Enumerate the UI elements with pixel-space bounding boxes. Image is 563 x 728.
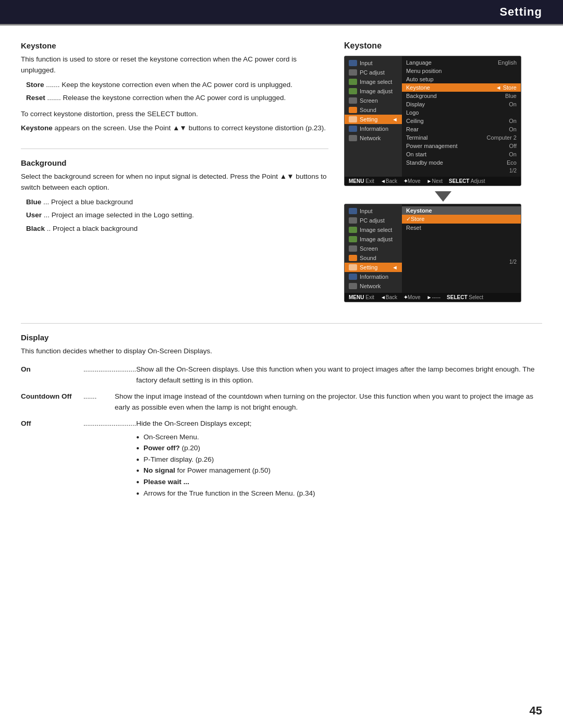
bg-blue-label: Blue	[26, 198, 41, 206]
menu-right-powermgmt: Power management Off	[402, 142, 521, 150]
menu-right-autosetup: Auto setup	[402, 75, 521, 83]
keystone-store-dots: .......	[46, 81, 59, 89]
information-icon	[349, 126, 357, 132]
menu2-item-imageselect: Image select	[345, 225, 402, 235]
menu-item-information: Information	[345, 124, 402, 133]
menu-item-pcadjust: PC adjust	[345, 68, 402, 77]
background-section: Background Select the background screen …	[21, 158, 328, 235]
menu-item-input-label: Input	[360, 60, 372, 66]
menu-left-2: Input PC adjust Image select Image adjus…	[345, 204, 402, 293]
display-countdown-row: Countdown Off ....... Show the input ima…	[21, 391, 542, 413]
keystone-reset-label: Reset	[26, 94, 45, 102]
menu-item-pcadjust-label: PC adjust	[360, 69, 385, 76]
menu-right-logo: Logo	[402, 108, 521, 117]
menu-item-network: Network	[345, 133, 402, 143]
keystone-reset-text: Release the keystone correction when the…	[63, 94, 286, 102]
bg-blue-text: Project a blue background	[51, 198, 133, 206]
menu-item-network-label: Network	[360, 135, 381, 141]
background-heading: Background	[21, 158, 328, 167]
bullet-poweroff: Power off? (p.20)	[136, 442, 542, 454]
menu-right-1: Language English Menu position Auto setu…	[402, 56, 521, 177]
menu2-item-pcadjust: PC adjust	[345, 216, 402, 225]
menu-item-imageselect-label: Image select	[360, 79, 392, 85]
bg-user-dots: ...	[44, 211, 50, 219]
menu-right-2: Keystone ✓Store Reset 1/2	[402, 204, 521, 293]
bg-black-label: Black	[26, 225, 45, 232]
keystone-heading: Keystone	[21, 41, 328, 50]
page-title: Setting	[499, 5, 542, 18]
keystone-para2: Keystone appears on the screen. Use the …	[21, 123, 328, 134]
keystone-reset-dots: .......	[47, 94, 61, 102]
menu-item-information-label: Information	[360, 126, 388, 132]
menu-item-screen-label: Screen	[360, 97, 378, 104]
bullet-pleasewait: Please wait ...	[136, 476, 542, 488]
display-on-row: On ............................ Show all…	[21, 364, 542, 386]
divider-2	[21, 323, 542, 324]
display-countdown-dots: .......	[83, 391, 115, 413]
bullet-onscreen: On-Screen Menu.	[136, 431, 542, 443]
keystone-right-heading: Keystone	[344, 41, 542, 51]
m2-imageadjust-icon	[349, 236, 357, 242]
left-column: Keystone This function is used to store …	[21, 41, 328, 307]
menu-item-imageadjust: Image adjust	[345, 87, 402, 96]
m2-network-icon	[349, 283, 357, 289]
bg-user-label: User	[26, 211, 42, 219]
display-off-desc: Hide the On-Screen Displays except; On-S…	[136, 418, 542, 499]
display-off-dots: ............................	[83, 418, 136, 499]
bg-black-dots: ..	[47, 225, 51, 232]
menu-item-input: Input	[345, 58, 402, 68]
menu-screenshot-1: Input PC adjust Image select Image adjus…	[344, 56, 521, 186]
arrow-down-icon	[435, 191, 451, 202]
menu2-item-information: Information	[345, 272, 402, 281]
menu-screenshot-2: Input PC adjust Image select Image adjus…	[344, 204, 521, 302]
imageadjust-icon	[349, 88, 357, 94]
menu-item-sound: Sound	[345, 105, 402, 115]
menu-footer-2: MENU Exit ◄Back ✦Move ►----- SELECT Sele…	[345, 293, 521, 302]
right-column: Keystone Input PC adjust Image sel	[344, 41, 542, 307]
menu-page-indicator-2: 1/2	[402, 258, 521, 266]
m2-sound-icon	[349, 255, 357, 261]
bullet-arrows: Arrows for the True function in the Scre…	[136, 488, 542, 499]
divider-1	[21, 149, 328, 149]
bg-blue-dots: ...	[43, 198, 49, 206]
keystone-para1: To correct keystone distortion, press th…	[21, 109, 328, 120]
m2-imageselect-icon	[349, 227, 357, 233]
display-countdown-label: Countdown Off	[21, 391, 83, 413]
menu-item-screen: Screen	[345, 96, 402, 105]
keystone-section: Keystone This function is used to store …	[21, 41, 328, 134]
menu-layout-1: Input PC adjust Image select Image adjus…	[345, 56, 521, 177]
menu-item-imageadjust-label: Image adjust	[360, 88, 393, 94]
bg-user-row: User ... Project an image selected in th…	[26, 209, 328, 221]
menu2-keystone-header: Keystone	[402, 206, 521, 215]
m2-screen-icon	[349, 245, 357, 252]
keystone-store-row: Store ....... Keep the keystone correcti…	[26, 79, 328, 91]
menu-right-onstart: On start On	[402, 150, 521, 158]
arrow-down-container	[344, 191, 542, 202]
m2-input-icon	[349, 208, 357, 214]
menu2-item-input: Input	[345, 206, 402, 216]
display-on-dots: ............................	[83, 364, 136, 386]
imageselect-icon	[349, 79, 357, 85]
menu-item-sound-label: Sound	[360, 107, 376, 113]
menu-footer-1: MENU Exit ◄Back ✦Move ►Next SELECT Adjus…	[345, 177, 521, 186]
menu-left-1: Input PC adjust Image select Image adjus…	[345, 56, 402, 177]
menu2-item-setting: Setting ◄	[345, 263, 402, 272]
bullet-ptimer: P-Timer display. (p.26)	[136, 454, 542, 465]
menu2-store-row: ✓Store	[402, 215, 521, 224]
page-number: 45	[530, 704, 542, 718]
display-on-label: On	[21, 364, 83, 386]
m2-setting-arrow: ◄	[392, 264, 398, 270]
keystone-reset-row: Reset ....... Release the keystone corre…	[26, 92, 328, 104]
menu2-item-network: Network	[345, 281, 402, 291]
keystone-store-label: Store	[26, 81, 44, 89]
menu-right-standby: Standby mode Eco	[402, 158, 521, 167]
menu-right-terminal: Terminal Computer 2	[402, 133, 521, 142]
m2-setting-icon	[349, 264, 357, 270]
display-countdown-desc: Show the input image instead of the coun…	[115, 391, 542, 413]
menu-right-ceiling: Ceiling On	[402, 117, 521, 125]
screen-icon	[349, 97, 357, 104]
bg-black-row: Black .. Project a black background	[26, 223, 328, 235]
input-icon	[349, 60, 357, 66]
menu-right-menupos: Menu position	[402, 67, 521, 75]
menu-right-language: Language English	[402, 58, 521, 67]
